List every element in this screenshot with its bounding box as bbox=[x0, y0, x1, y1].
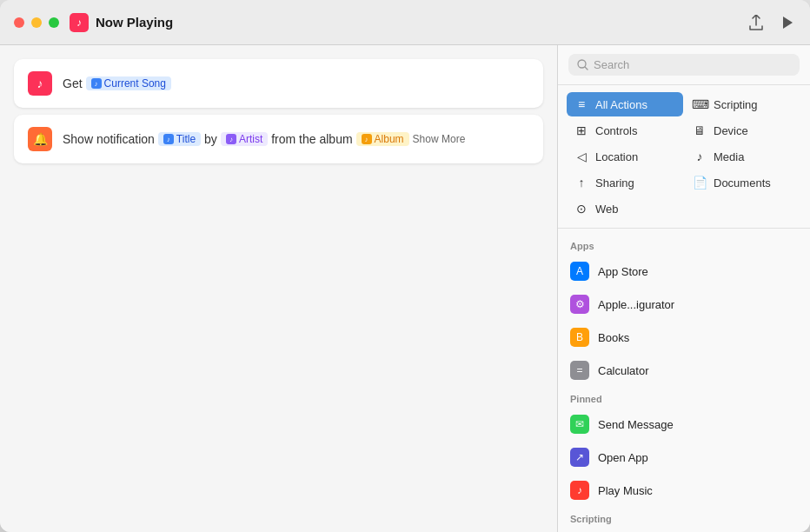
open-app-icon: ↗ bbox=[570, 448, 589, 467]
calculator-label: Calculator bbox=[598, 364, 649, 377]
notification-action-icon: 🔔 bbox=[28, 127, 52, 151]
all-actions-icon: ≡ bbox=[574, 97, 589, 111]
books-label: Books bbox=[598, 331, 629, 344]
album-pill[interactable]: ♪ Album bbox=[356, 132, 409, 146]
album-pill-icon: ♪ bbox=[362, 134, 372, 144]
svg-line-1 bbox=[585, 67, 588, 70]
left-panel: ♪ Get ♪ Current Song 🔔 Show notificati bbox=[0, 45, 558, 532]
play-music-icon: ♪ bbox=[570, 481, 589, 500]
media-label: Media bbox=[714, 150, 744, 163]
action-play-music[interactable]: ♪ Play Music bbox=[558, 474, 810, 507]
location-icon: ◁ bbox=[574, 150, 589, 163]
app-icon: ♪ bbox=[70, 13, 89, 32]
show-more-button[interactable]: Show More bbox=[413, 133, 466, 145]
minimize-button[interactable] bbox=[31, 17, 42, 28]
maximize-button[interactable] bbox=[49, 17, 59, 28]
apple-configurator-label: Apple...igurator bbox=[598, 298, 674, 311]
title-pill-icon: ♪ bbox=[163, 134, 174, 144]
current-song-label: Current Song bbox=[104, 77, 166, 90]
artist-pill-icon: ♪ bbox=[226, 134, 236, 144]
actions-list: Apps A App Store ⚙ Apple...igurator B Bo… bbox=[558, 229, 810, 532]
action-books[interactable]: B Books bbox=[558, 321, 810, 354]
titlebar: ♪ Now Playing bbox=[0, 0, 810, 45]
scripting-label: Scripting bbox=[714, 98, 758, 111]
scripting-section-header: Scripting bbox=[558, 507, 810, 528]
by-text: by bbox=[204, 132, 217, 146]
documents-label: Documents bbox=[714, 176, 771, 190]
artist-pill[interactable]: ♪ Artist bbox=[221, 132, 268, 146]
sharing-label: Sharing bbox=[595, 176, 634, 190]
get-keyword: Get bbox=[63, 76, 83, 90]
category-documents[interactable]: 📄 Documents bbox=[685, 170, 801, 195]
controls-icon: ⊞ bbox=[574, 123, 589, 137]
pinned-section-header: Pinned bbox=[558, 387, 810, 408]
documents-icon: 📄 bbox=[692, 176, 707, 190]
artist-pill-label: Artist bbox=[239, 133, 262, 145]
title-pill[interactable]: ♪ Title bbox=[158, 132, 201, 146]
content-area: ♪ Get ♪ Current Song 🔔 Show notificati bbox=[0, 45, 810, 532]
category-scripting[interactable]: ⌨ Scripting bbox=[685, 92, 801, 116]
category-media[interactable]: ♪ Media bbox=[685, 144, 801, 169]
action-apple-configurator[interactable]: ⚙ Apple...igurator bbox=[558, 288, 810, 321]
categories-section: ≡ All Actions ⌨ Scripting ⊞ Controls 🖥 D… bbox=[558, 85, 810, 229]
get-action-block: ♪ Get ♪ Current Song bbox=[14, 59, 543, 108]
search-bar bbox=[558, 45, 810, 85]
show-notification-keyword: Show notification bbox=[63, 132, 155, 146]
action-open-app[interactable]: ↗ Open App bbox=[558, 441, 810, 474]
search-icon bbox=[577, 59, 588, 70]
right-panel: ≡ All Actions ⌨ Scripting ⊞ Controls 🖥 D… bbox=[558, 45, 810, 532]
play-button[interactable] bbox=[779, 14, 796, 31]
web-icon: ⊙ bbox=[574, 202, 589, 216]
device-label: Device bbox=[714, 124, 748, 137]
categories-grid: ≡ All Actions ⌨ Scripting ⊞ Controls 🖥 D… bbox=[567, 92, 801, 221]
main-window: ♪ Now Playing ♪ Get bbox=[0, 0, 810, 532]
get-action-icon: ♪ bbox=[28, 71, 52, 96]
location-label: Location bbox=[595, 150, 638, 163]
category-device[interactable]: 🖥 Device bbox=[685, 118, 801, 143]
apps-section-header: Apps bbox=[558, 234, 810, 255]
action-calculator[interactable]: = Calculator bbox=[558, 354, 810, 387]
books-icon: B bbox=[570, 328, 589, 347]
calculator-icon: = bbox=[570, 361, 589, 380]
app-store-icon: A bbox=[570, 262, 589, 281]
media-icon: ♪ bbox=[692, 150, 707, 163]
all-actions-label: All Actions bbox=[595, 98, 647, 111]
action-app-store[interactable]: A App Store bbox=[558, 255, 810, 288]
controls-label: Controls bbox=[595, 124, 637, 137]
search-wrapper bbox=[568, 54, 800, 76]
notification-action-header: 🔔 Show notification ♪ Title by ♪ Artist … bbox=[14, 115, 543, 163]
web-label: Web bbox=[595, 203, 619, 216]
titlebar-actions bbox=[747, 14, 796, 31]
play-music-label: Play Music bbox=[598, 484, 653, 497]
title-pill-label: Title bbox=[176, 133, 196, 145]
sharing-icon: ↑ bbox=[574, 176, 589, 190]
app-store-label: App Store bbox=[598, 265, 648, 278]
window-title: Now Playing bbox=[96, 15, 747, 30]
notification-action-block: 🔔 Show notification ♪ Title by ♪ Artist … bbox=[14, 115, 543, 163]
get-action-label: Get ♪ Current Song bbox=[63, 76, 171, 90]
current-song-pill[interactable]: ♪ Current Song bbox=[86, 76, 171, 90]
category-web[interactable]: ⊙ Web bbox=[567, 196, 683, 221]
pill-icon: ♪ bbox=[91, 78, 102, 89]
send-message-icon: ✉ bbox=[570, 415, 589, 434]
category-all-actions[interactable]: ≡ All Actions bbox=[567, 92, 683, 116]
share-button[interactable] bbox=[747, 14, 765, 31]
category-location[interactable]: ◁ Location bbox=[567, 144, 683, 169]
apple-configurator-icon: ⚙ bbox=[570, 295, 589, 314]
notification-action-label: Show notification ♪ Title by ♪ Artist fr… bbox=[63, 132, 465, 146]
scripting-icon: ⌨ bbox=[692, 97, 707, 111]
action-send-message[interactable]: ✉ Send Message bbox=[558, 408, 810, 441]
from-album-text: from the album bbox=[271, 132, 352, 146]
open-app-label: Open App bbox=[598, 451, 648, 464]
get-action-header: ♪ Get ♪ Current Song bbox=[14, 59, 543, 108]
action-comment[interactable]: ≡ Comment bbox=[558, 528, 810, 532]
category-sharing[interactable]: ↑ Sharing bbox=[567, 170, 683, 195]
category-controls[interactable]: ⊞ Controls bbox=[567, 118, 683, 143]
send-message-label: Send Message bbox=[598, 418, 674, 431]
search-input[interactable] bbox=[594, 58, 791, 71]
close-button[interactable] bbox=[14, 17, 24, 28]
device-icon: 🖥 bbox=[692, 123, 707, 137]
album-pill-label: Album bbox=[375, 133, 404, 145]
traffic-lights bbox=[14, 17, 59, 28]
